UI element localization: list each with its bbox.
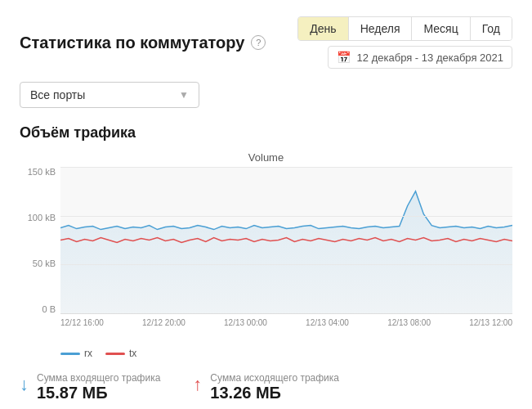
x-label-4: 12/13 08:00 — [387, 318, 431, 327]
y-label-0: 0 B — [20, 304, 60, 314]
section-traffic-title: Объём трафика — [20, 124, 512, 142]
arrow-up-icon: ↑ — [193, 374, 202, 395]
page-title: Статистика по коммутатору — [20, 34, 244, 52]
chart-svg — [60, 167, 512, 313]
grid-line-50 — [60, 264, 512, 265]
calendar-icon: 📅 — [337, 51, 351, 64]
stat-incoming: ↓ Сумма входящего трафика 15.87 МБ — [20, 372, 160, 402]
legend-tx-line — [105, 353, 125, 355]
chart-title: Volume — [20, 151, 512, 164]
tab-week[interactable]: Неделя — [349, 17, 413, 40]
date-range-text: 12 декабря - 13 декабря 2021 — [357, 52, 503, 64]
tab-year[interactable]: Год — [471, 17, 512, 40]
filter-row: Все порты ▼ — [20, 82, 512, 108]
y-label-50: 50 kB — [20, 258, 60, 268]
chart-plot — [60, 167, 512, 314]
legend-tx-label: tx — [129, 348, 136, 359]
header-row: Статистика по коммутатору ? День Неделя … — [20, 16, 512, 69]
x-label-3: 12/13 04:00 — [306, 318, 349, 327]
rx-area — [60, 191, 512, 313]
x-label-5: 12/13 12:00 — [469, 318, 512, 327]
tab-month[interactable]: Месяц — [412, 17, 470, 40]
chart-container: Volume 150 kB 100 kB 50 kB 0 B — [20, 151, 512, 339]
chart-area: 150 kB 100 kB 50 kB 0 B — [20, 167, 512, 330]
port-select-value: Все порты — [30, 88, 85, 101]
legend-rx-label: rx — [84, 348, 92, 359]
date-range[interactable]: 📅 12 декабря - 13 декабря 2021 — [328, 46, 512, 69]
arrow-down-icon: ↓ — [20, 374, 29, 395]
stat-outgoing: ↑ Сумма исходящего трафика 13.26 МБ — [193, 372, 339, 402]
grid-line-150 — [60, 167, 512, 168]
rx-line — [60, 191, 512, 230]
stats-row: ↓ Сумма входящего трафика 15.87 МБ ↑ Сум… — [20, 372, 512, 402]
controls-right: День Неделя Месяц Год 📅 12 декабря - 13 … — [297, 16, 512, 69]
stat-outgoing-value: 13.26 МБ — [210, 384, 339, 402]
x-axis: 12/12 16:00 12/12 20:00 12/13 00:00 12/1… — [60, 314, 512, 330]
legend-tx: tx — [105, 348, 136, 359]
legend-rx-line — [60, 353, 80, 355]
grid-line-100 — [60, 216, 512, 217]
tab-day[interactable]: День — [298, 17, 348, 40]
chevron-down-icon: ▼ — [179, 89, 189, 101]
y-axis: 150 kB 100 kB 50 kB 0 B — [20, 167, 60, 330]
stat-incoming-value: 15.87 МБ — [37, 384, 160, 402]
stat-incoming-text: Сумма входящего трафика 15.87 МБ — [37, 372, 160, 402]
legend: rx tx — [60, 348, 512, 359]
y-label-150: 150 kB — [20, 167, 60, 177]
title-group: Статистика по коммутатору ? — [20, 34, 266, 52]
x-label-1: 12/12 20:00 — [142, 318, 186, 327]
x-label-0: 12/12 16:00 — [60, 318, 104, 327]
stat-outgoing-text: Сумма исходящего трафика 13.26 МБ — [210, 372, 339, 402]
period-tabs: День Неделя Месяц Год — [297, 16, 512, 41]
stat-outgoing-label: Сумма исходящего трафика — [210, 372, 339, 384]
port-select[interactable]: Все порты ▼ — [20, 82, 199, 108]
x-label-2: 12/13 00:00 — [224, 318, 267, 327]
help-icon[interactable]: ? — [251, 35, 266, 50]
legend-rx: rx — [60, 348, 92, 359]
stat-incoming-label: Сумма входящего трафика — [37, 372, 160, 384]
y-label-100: 100 kB — [20, 213, 60, 222]
